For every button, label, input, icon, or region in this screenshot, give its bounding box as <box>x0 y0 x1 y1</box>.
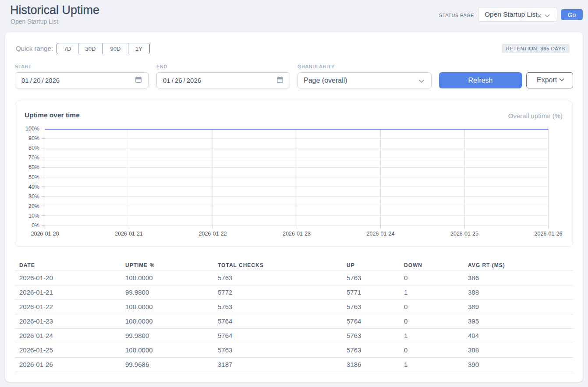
svg-text:0%: 0% <box>32 222 39 229</box>
svg-text:30%: 30% <box>28 194 39 200</box>
svg-text:2026-01-26: 2026-01-26 <box>535 231 563 237</box>
svg-text:50%: 50% <box>28 174 39 180</box>
svg-text:70%: 70% <box>28 155 39 161</box>
svg-text:10%: 10% <box>28 213 39 219</box>
svg-text:80%: 80% <box>28 145 39 151</box>
svg-text:100%: 100% <box>25 126 39 132</box>
svg-text:2026-01-24: 2026-01-24 <box>367 231 395 237</box>
svg-text:2026-01-25: 2026-01-25 <box>450 231 478 237</box>
svg-text:2026-01-21: 2026-01-21 <box>115 231 143 237</box>
svg-text:90%: 90% <box>28 135 39 141</box>
svg-text:2026-01-23: 2026-01-23 <box>283 231 311 237</box>
svg-text:40%: 40% <box>28 184 39 190</box>
svg-text:2026-01-22: 2026-01-22 <box>199 231 227 237</box>
svg-text:2026-01-20: 2026-01-20 <box>31 231 59 237</box>
svg-text:20%: 20% <box>28 203 39 209</box>
svg-text:60%: 60% <box>28 164 39 170</box>
